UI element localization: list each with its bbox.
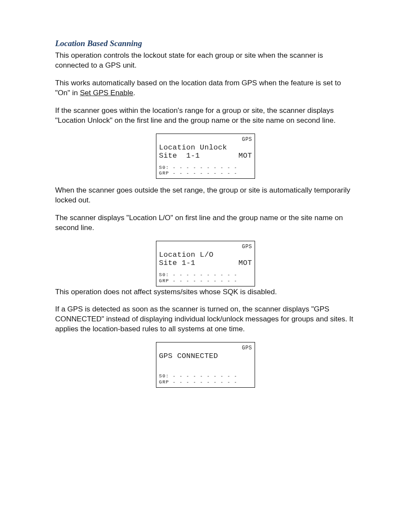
lcd1-line1: Location Unlock bbox=[159, 143, 252, 152]
paragraph-4: When the scanner goes outside the set ra… bbox=[55, 186, 356, 205]
set-gps-enable-link[interactable]: Set GPS Enable bbox=[80, 89, 133, 97]
lcd1-s0: S0: - - - - - - - - - - bbox=[159, 165, 252, 171]
lcd1-line2: Site 1-1 MOT bbox=[159, 152, 252, 160]
lcd1-line2-left: Site 1-1 bbox=[159, 152, 200, 160]
lcd2-line2-left: Site 1-1 bbox=[159, 259, 195, 267]
lcd2-line2: Site 1-1 MOT bbox=[159, 259, 252, 267]
lcd2-grp: GRP - - - - - - - - - - bbox=[159, 278, 252, 284]
lcd-display-2: GPS Location L/O Site 1-1 MOT S0: - - - … bbox=[156, 241, 255, 286]
lcd3-top: GPS bbox=[159, 345, 252, 351]
page-content: Location Based Scanning This operation c… bbox=[0, 0, 411, 388]
lcd3-grp: GRP - - - - - - - - - - bbox=[159, 380, 252, 386]
lcd2-line2-right: MOT bbox=[238, 259, 252, 267]
paragraph-6: This operation does not affect systems/s… bbox=[55, 287, 356, 297]
lcd-display-2-wrap: GPS Location L/O Site 1-1 MOT S0: - - - … bbox=[55, 241, 356, 286]
lcd1-line2-right: MOT bbox=[238, 152, 252, 160]
paragraph-5: The scanner displays "Location L/O" on f… bbox=[55, 213, 356, 233]
lcd3-blank bbox=[159, 360, 252, 368]
lcd-display-3: GPS GPS CONNECTED S0: - - - - - - - - - … bbox=[156, 342, 255, 388]
lcd1-grp: GRP - - - - - - - - - - bbox=[159, 171, 252, 177]
paragraph-3: If the scanner goes within the location'… bbox=[55, 106, 356, 126]
paragraph-2: This works automatically based on the lo… bbox=[55, 78, 356, 98]
lcd-display-1: GPS Location Unlock Site 1-1 MOT S0: - -… bbox=[156, 134, 255, 179]
paragraph-1: This operation controls the lockout stat… bbox=[55, 51, 356, 71]
lcd2-s0: S0: - - - - - - - - - - bbox=[159, 272, 252, 278]
paragraph-2-text-b: . bbox=[133, 89, 135, 97]
lcd2-line1: Location L/O bbox=[159, 251, 252, 259]
paragraph-7: If a GPS is detected as soon as the scan… bbox=[55, 305, 356, 334]
lcd2-top: GPS bbox=[159, 244, 252, 250]
lcd-display-3-wrap: GPS GPS CONNECTED S0: - - - - - - - - - … bbox=[55, 342, 356, 388]
lcd3-s0: S0: - - - - - - - - - - bbox=[159, 373, 252, 380]
lcd-display-1-wrap: GPS Location Unlock Site 1-1 MOT S0: - -… bbox=[55, 134, 356, 179]
lcd3-line1: GPS CONNECTED bbox=[159, 352, 252, 360]
section-heading: Location Based Scanning bbox=[55, 39, 356, 48]
lcd1-top: GPS bbox=[159, 137, 252, 143]
